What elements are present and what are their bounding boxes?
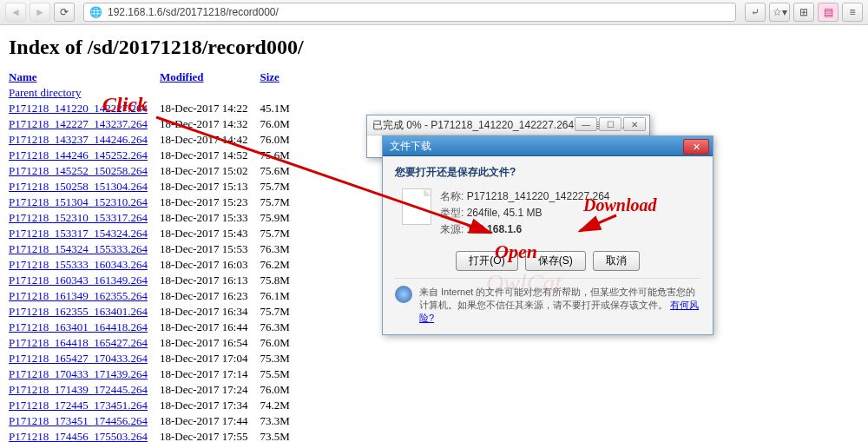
cell-size: 75.7M bbox=[260, 226, 301, 241]
dialog-close-button[interactable]: ✕ bbox=[683, 139, 709, 155]
cell-size: 76.2M bbox=[260, 257, 301, 273]
cell-modified: 18-Dec-2017 16:54 bbox=[160, 335, 260, 351]
file-link[interactable]: P171218_160343_161349.264 bbox=[9, 274, 148, 287]
table-row: P171218_162355_163401.26418-Dec-2017 16:… bbox=[9, 304, 302, 320]
refresh2-button[interactable]: ⤶ bbox=[745, 3, 766, 22]
table-row: P171218_154324_155333.26418-Dec-2017 15:… bbox=[9, 241, 302, 257]
table-row: P171218_144246_145252.26418-Dec-2017 14:… bbox=[9, 148, 302, 163]
table-row: P171218_164418_165427.26418-Dec-2017 16:… bbox=[9, 335, 302, 351]
browser-toolbar: ◄ ► ⟳ 🌐 192.168.1.6/sd/20171218/record00… bbox=[0, 0, 868, 25]
cell-size: 73.5M bbox=[260, 429, 301, 442]
minimize-button[interactable]: — bbox=[575, 117, 597, 131]
table-row: P171218_172445_173451.26418-Dec-2017 17:… bbox=[9, 398, 302, 413]
file-link[interactable]: P171218_161349_162355.264 bbox=[9, 289, 148, 302]
cell-modified: 18-Dec-2017 15:23 bbox=[160, 195, 260, 210]
table-row: P171218_150258_151304.26418-Dec-2017 15:… bbox=[9, 179, 302, 195]
cell-modified: 18-Dec-2017 17:55 bbox=[160, 429, 260, 442]
table-row: P171218_161349_162355.26418-Dec-2017 16:… bbox=[9, 288, 302, 304]
col-modified[interactable]: Modified bbox=[160, 70, 204, 83]
cancel-button[interactable]: 取消 bbox=[593, 251, 640, 271]
file-link[interactable]: P171218_152310_153317.264 bbox=[9, 211, 148, 224]
cell-size: 75.7M bbox=[260, 304, 301, 320]
file-link[interactable]: P171218_144246_145252.264 bbox=[9, 148, 148, 162]
file-link[interactable]: P171218_165427_170433.264 bbox=[9, 352, 148, 365]
file-link[interactable]: P171218_143237_144246.264 bbox=[9, 133, 148, 146]
cell-size: 76.0M bbox=[260, 335, 301, 351]
parent-dir-link[interactable]: Parent directory bbox=[9, 86, 81, 99]
col-name[interactable]: Name bbox=[9, 70, 37, 83]
cell-size: 75.3M bbox=[260, 351, 301, 366]
maximize-button[interactable]: ☐ bbox=[599, 117, 621, 131]
table-row: P171218_165427_170433.26418-Dec-2017 17:… bbox=[9, 351, 302, 366]
close-button[interactable]: ✕ bbox=[623, 117, 646, 131]
cell-modified: 18-Dec-2017 16:03 bbox=[160, 257, 260, 273]
file-link[interactable]: P171218_172445_173451.264 bbox=[9, 399, 148, 412]
share-button[interactable]: ▤ bbox=[818, 3, 838, 22]
file-link[interactable]: P171218_142227_143237.264 bbox=[9, 117, 148, 130]
open-button[interactable]: 打开(O) bbox=[456, 251, 517, 271]
globe-icon: 🌐 bbox=[89, 6, 102, 18]
file-link[interactable]: P171218_141220_142227.264 bbox=[9, 102, 148, 115]
table-row: P171218_143237_144246.26418-Dec-2017 14:… bbox=[9, 132, 302, 148]
file-link[interactable]: P171218_171439_172445.264 bbox=[9, 383, 148, 396]
label-type: 类型: bbox=[440, 207, 464, 219]
cell-size: 75.7M bbox=[260, 195, 301, 210]
back-button[interactable]: ◄ bbox=[5, 3, 26, 22]
cell-size: 75.6M bbox=[260, 163, 301, 179]
cell-size: 74.2M bbox=[260, 398, 301, 413]
cell-modified: 18-Dec-2017 14:32 bbox=[160, 116, 260, 132]
file-icon bbox=[402, 188, 431, 225]
cell-modified: 18-Dec-2017 15:53 bbox=[160, 241, 260, 257]
cell-modified: 18-Dec-2017 15:13 bbox=[160, 179, 260, 195]
cell-size: 75.5M bbox=[260, 366, 301, 382]
table-row: P171218_145252_150258.26418-Dec-2017 15:… bbox=[9, 163, 302, 179]
page-title: Index of /sd/20171218/record000/ bbox=[9, 36, 859, 59]
cell-size: 76.0M bbox=[260, 132, 301, 148]
bookmark-button[interactable]: ☆▾ bbox=[769, 3, 790, 22]
table-row: P171218_173451_174456.26418-Dec-2017 17:… bbox=[9, 413, 302, 429]
label-name: 名称: bbox=[440, 190, 464, 202]
table-row: P171218_141220_142227.26418-Dec-2017 14:… bbox=[9, 101, 302, 116]
table-row: P171218_171439_172445.26418-Dec-2017 17:… bbox=[9, 382, 302, 398]
file-link[interactable]: P171218_153317_154324.264 bbox=[9, 227, 148, 240]
cell-modified: 18-Dec-2017 14:42 bbox=[160, 132, 260, 148]
file-link[interactable]: P171218_173451_174456.264 bbox=[9, 414, 148, 427]
table-row: P171218_151304_152310.26418-Dec-2017 15:… bbox=[9, 195, 302, 210]
cell-modified: 18-Dec-2017 15:33 bbox=[160, 210, 260, 226]
file-link[interactable]: P171218_154324_155333.264 bbox=[9, 242, 148, 255]
cell-size: 45.1M bbox=[260, 101, 301, 116]
file-link[interactable]: P171218_145252_150258.264 bbox=[9, 164, 148, 177]
file-link[interactable]: P171218_174456_175503.264 bbox=[9, 430, 148, 442]
file-link[interactable]: P171218_164418_165427.264 bbox=[9, 336, 148, 349]
address-bar[interactable]: 🌐 192.168.1.6/sd/20171218/record000/ bbox=[83, 3, 736, 22]
cell-size: 76.3M bbox=[260, 320, 301, 335]
file-link[interactable]: P171218_151304_152310.264 bbox=[9, 195, 148, 208]
file-source: 192.168.1.6 bbox=[467, 223, 522, 235]
cell-modified: 18-Dec-2017 16:44 bbox=[160, 320, 260, 335]
table-row: P171218_170433_171439.26418-Dec-2017 17:… bbox=[9, 366, 302, 382]
cell-size: 76.0M bbox=[260, 116, 301, 132]
file-link[interactable]: P171218_163401_164418.264 bbox=[9, 320, 148, 333]
cell-size: 76.1M bbox=[260, 288, 301, 304]
file-link[interactable]: P171218_155333_160343.264 bbox=[9, 258, 148, 271]
table-row: P171218_160343_161349.26418-Dec-2017 16:… bbox=[9, 273, 302, 288]
file-link[interactable]: P171218_162355_163401.264 bbox=[9, 305, 148, 318]
cell-modified: 18-Dec-2017 16:13 bbox=[160, 273, 260, 288]
label-source: 来源: bbox=[440, 223, 464, 235]
cell-modified: 18-Dec-2017 14:52 bbox=[160, 148, 260, 163]
cell-modified: 18-Dec-2017 16:23 bbox=[160, 288, 260, 304]
table-row: P171218_174456_175503.26418-Dec-2017 17:… bbox=[9, 429, 302, 442]
apps-button[interactable]: ⊞ bbox=[793, 3, 814, 22]
col-size[interactable]: Size bbox=[260, 70, 279, 83]
cell-modified: 18-Dec-2017 17:04 bbox=[160, 351, 260, 366]
cell-modified: 18-Dec-2017 16:34 bbox=[160, 304, 260, 320]
forward-button[interactable]: ► bbox=[30, 3, 50, 22]
file-link[interactable]: P171218_150258_151304.264 bbox=[9, 180, 148, 193]
reload-button[interactable]: ⟳ bbox=[54, 3, 75, 22]
cell-size: 73.3M bbox=[260, 413, 301, 429]
menu-button[interactable]: ≡ bbox=[842, 3, 863, 22]
save-button[interactable]: 保存(S) bbox=[525, 251, 586, 271]
file-link[interactable]: P171218_170433_171439.264 bbox=[9, 367, 148, 380]
cell-modified: 18-Dec-2017 17:44 bbox=[160, 413, 260, 429]
cell-modified: 18-Dec-2017 15:02 bbox=[160, 163, 260, 179]
